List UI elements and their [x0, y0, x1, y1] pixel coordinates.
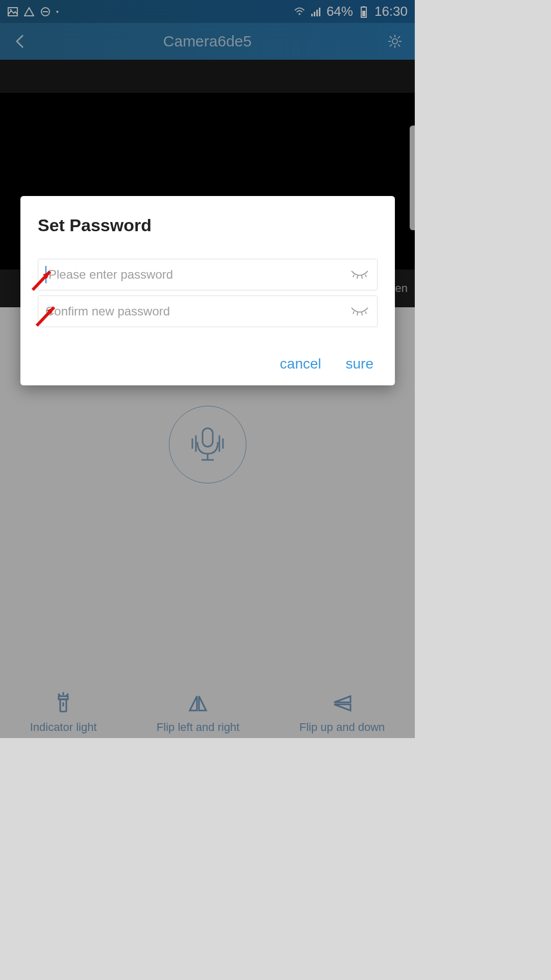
svg-line-46 — [365, 311, 366, 314]
cancel-button[interactable]: cancel — [280, 356, 321, 372]
svg-line-39 — [353, 275, 354, 277]
dialog-actions: cancel sure — [38, 356, 378, 372]
password-field-wrapper — [38, 259, 378, 290]
svg-line-44 — [357, 312, 358, 315]
toggle-visibility-icon[interactable] — [349, 305, 370, 317]
svg-line-45 — [362, 312, 362, 315]
sure-button[interactable]: sure — [346, 356, 373, 372]
svg-line-40 — [357, 276, 358, 279]
set-password-dialog: Set Password cancel sure — [20, 196, 395, 385]
svg-line-43 — [353, 311, 354, 314]
svg-line-41 — [362, 276, 362, 279]
confirm-password-input[interactable] — [45, 304, 349, 318]
confirm-password-field-wrapper — [38, 296, 378, 327]
password-input[interactable] — [48, 267, 349, 282]
toggle-visibility-icon[interactable] — [349, 268, 370, 281]
dialog-title: Set Password — [38, 215, 378, 235]
svg-line-42 — [365, 275, 366, 277]
text-cursor — [45, 266, 46, 283]
